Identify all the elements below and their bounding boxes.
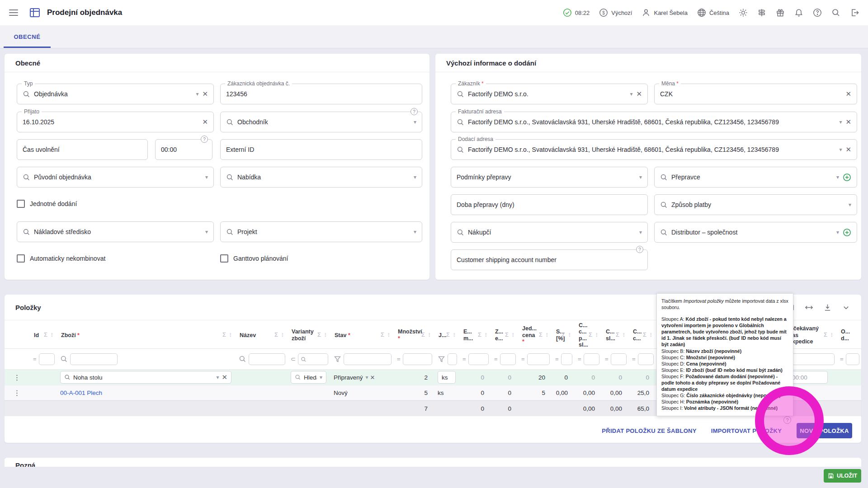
customer-order-no-field[interactable]: Zákaznická objednávka č. 123456 [220,84,422,104]
transit-days-field[interactable]: Doba přepravy (dny) [451,194,648,215]
chevron-down-icon[interactable]: ▾ [836,229,839,235]
filter-input[interactable] [39,353,55,365]
collapse-panel-icon[interactable] [842,303,850,312]
add-carrier-icon[interactable] [843,173,851,182]
filter-jedcena[interactable]: = [518,353,552,365]
col-header-varianty[interactable]: Varianty zbožíΣ⋮ [287,320,330,350]
item-cell[interactable]: 0 [552,374,574,381]
chevron-down-icon[interactable]: ▾ [836,174,839,180]
sigma-icon[interactable]: Σ [643,332,646,338]
filter-input[interactable] [638,353,654,365]
original-order-field[interactable]: Původní objednávka ▾ [17,167,214,188]
import-help-icon[interactable]: ? [783,416,791,424]
auto-no-combine-checkbox[interactable]: Automaticky nekombinovat [17,254,105,263]
clear-icon[interactable]: ✕ [370,374,375,381]
sigma-icon[interactable]: Σ [381,332,384,338]
sigma-icon[interactable]: Σ [44,332,47,338]
chevron-down-icon[interactable]: ▾ [320,374,322,380]
col-header-ze[interactable]: Z... e...Σ⋮ [491,320,518,350]
sigma-icon[interactable]: Σ [478,332,481,338]
item-cell[interactable]: 0 [574,374,601,381]
sigma-icon[interactable]: Σ [824,332,827,338]
equals-operator-icon[interactable]: = [578,356,581,362]
filter-input[interactable] [249,353,285,365]
salesperson-field[interactable]: ? Obchodník ▾ [220,112,422,132]
buyer-field[interactable]: Nákupčí ▾ [451,222,648,243]
item-unit-price-cell[interactable]: 20 [518,374,552,381]
item-product-edit-field[interactable]: Noha stolu ▾ ✕ [60,371,231,384]
col-header-nazev[interactable]: NázevΣ⋮ [235,320,287,350]
item-unit-edit-field[interactable]: ks [438,371,456,384]
theme-toggle-icon[interactable] [739,8,748,17]
item-quantity-cell[interactable]: 2 [393,374,434,381]
shipping-address-field[interactable]: Dodací adresa Factorify DEMO s.r.o., Sva… [451,139,857,160]
filter-ze[interactable]: = [491,353,518,365]
customer-shipping-account-field[interactable]: ? Customer shipping account number [451,249,648,270]
sigma-icon[interactable]: Σ [274,332,278,338]
billing-address-field[interactable]: Fakturační adresa Factorify DEMO s.r.o.,… [451,112,857,132]
filter-mnozstvi[interactable]: = [393,353,434,365]
filter-c2[interactable]: = [601,353,628,365]
chevron-down-icon[interactable]: ▾ [639,229,642,235]
search-icon[interactable] [831,8,840,17]
add-distributor-icon[interactable] [843,228,851,237]
filter-input[interactable] [584,353,599,365]
quote-field[interactable]: Nabídka ▾ [220,167,422,188]
item-expected-time-edit-field[interactable]: 00:00 [788,371,828,384]
checkbox-box[interactable] [220,254,228,263]
shipping-terms-field[interactable]: Podmínky přepravy ▾ [451,167,648,188]
filter-input[interactable] [70,353,118,365]
col-header-em[interactable]: E... m...Σ⋮ [459,320,491,350]
chevron-down-icon[interactable]: ▾ [639,174,642,180]
filter-varianty[interactable]: ⊂ [287,353,330,365]
chevron-down-icon[interactable]: ▾ [414,119,416,125]
download-icon[interactable] [823,303,832,312]
row-menu-icon[interactable]: ⋮ [5,389,29,397]
filter-jednotka[interactable] [434,353,459,365]
col-header-stav[interactable]: Stav *Σ⋮ [330,320,393,350]
sigma-icon[interactable]: Σ [317,332,321,338]
chevron-down-icon[interactable]: ▾ [205,229,208,235]
item-cell[interactable]: 0 [459,374,491,381]
col-header-mnozstvi[interactable]: Množství *Σ⋮ [393,320,434,350]
equals-operator-icon[interactable]: = [632,356,636,362]
filter-stav[interactable] [330,353,393,365]
clear-icon[interactable]: ✕ [845,145,851,154]
filter-input[interactable] [298,353,328,365]
col-header-c3[interactable]: C... c...Σ⋮ [628,320,656,350]
filter-id[interactable]: = [29,353,57,365]
filter-c1[interactable]: = [574,353,601,365]
chevron-down-icon[interactable]: ▾ [196,91,198,97]
payment-method-field[interactable]: Způsob platby ▾ [654,194,857,215]
notifications-bell-icon[interactable] [794,8,803,17]
language-selector[interactable]: Čeština [697,8,729,17]
filter-input[interactable] [846,353,859,365]
equals-operator-icon[interactable]: = [555,356,559,362]
filter-c3[interactable]: = [628,353,656,365]
sigma-icon[interactable]: Σ [616,332,619,338]
filter-input[interactable] [788,353,835,365]
sigma-icon[interactable]: Σ [539,332,542,338]
chevron-down-icon[interactable]: ▾ [839,146,842,153]
equals-operator-icon[interactable]: = [605,356,609,362]
chevron-down-icon[interactable]: ▾ [414,174,416,180]
filter-input[interactable] [344,353,392,365]
profile-selector[interactable]: $ Výchozí [599,8,632,17]
filter-input[interactable] [500,353,516,365]
type-field[interactable]: Typ Objednávka ▾ ✕ [17,84,214,104]
col-header-zbozi[interactable]: Zboží *Σ⋮ [57,320,235,350]
currency-field[interactable]: Měna * CZK ✕ [654,84,857,104]
item-cell[interactable]: 0 [601,374,628,381]
filter-input[interactable] [611,353,627,365]
filter-input[interactable] [561,353,572,365]
item-cell[interactable]: 0 [491,374,518,381]
filter-sleva[interactable]: = [552,353,574,365]
user-menu[interactable]: Karel Šebela [642,8,687,17]
field-help-icon[interactable]: ? [201,136,208,143]
row-menu-icon[interactable]: ⋮ [5,373,29,382]
add-item-from-template-button[interactable]: PŘIDAT POLOŽKU ZE ŠABLONY [601,423,697,438]
customer-field[interactable]: Zákazník * Factorify DEMO s.r.o. ▾ ✕ [451,84,648,104]
sigma-icon[interactable]: Σ [589,332,592,338]
save-button[interactable]: ULOŽIT [824,469,861,483]
item-variant-edit-field[interactable]: Hledat ... ▾ [291,371,326,384]
